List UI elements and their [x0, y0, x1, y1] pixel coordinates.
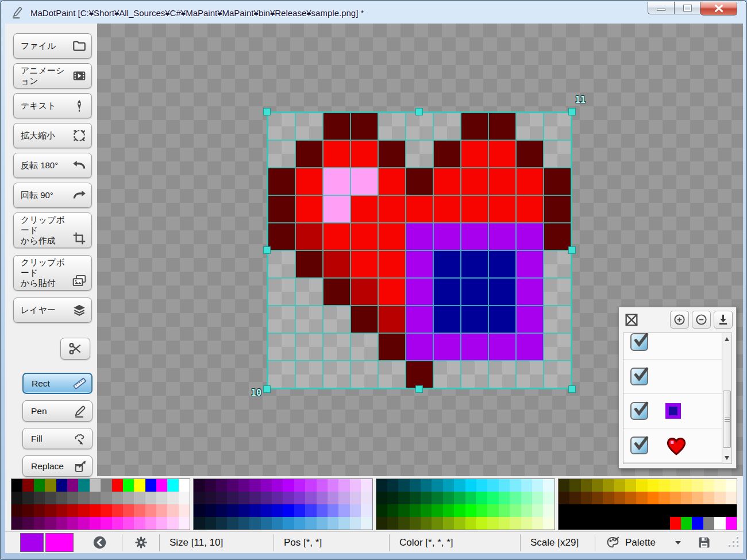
cut-button[interactable]: [60, 338, 90, 360]
palette-swatch[interactable]: [703, 479, 714, 492]
palette-swatch[interactable]: [90, 479, 101, 492]
pixel-cell[interactable]: [351, 113, 378, 140]
palette-swatch[interactable]: [376, 492, 387, 504]
palette-swatch[interactable]: [487, 479, 498, 492]
palette-swatch[interactable]: [123, 504, 134, 517]
pixel-cell[interactable]: [406, 223, 433, 250]
pixel-cell[interactable]: [433, 333, 461, 361]
palette-swatch[interactable]: [317, 492, 328, 504]
palette-swatch[interactable]: [521, 517, 532, 530]
pixel-cell[interactable]: [488, 250, 516, 278]
palette-swatch[interactable]: [194, 517, 205, 530]
undo-button[interactable]: [91, 534, 108, 551]
tool-rect[interactable]: Rect: [22, 373, 93, 394]
palette-swatch[interactable]: [532, 504, 543, 517]
pixel-cell[interactable]: [295, 306, 323, 333]
pixel-cell[interactable]: [406, 195, 433, 223]
pixel-cell[interactable]: [406, 113, 433, 140]
scrollbar-thumb[interactable]: [723, 391, 731, 448]
palette-swatch[interactable]: [227, 517, 238, 530]
palette-swatch[interactable]: [328, 504, 338, 517]
pixel-cell[interactable]: [295, 333, 323, 361]
sidebar-item-layers[interactable]: レイヤー: [13, 298, 92, 323]
palette-swatch[interactable]: [67, 479, 78, 492]
palette-swatch[interactable]: [387, 492, 398, 504]
palette-swatch[interactable]: [387, 517, 398, 530]
palette-swatch[interactable]: [350, 492, 361, 504]
palette-swatch[interactable]: [454, 517, 465, 530]
pixel-cell[interactable]: [268, 140, 295, 168]
pixel-cell[interactable]: [268, 113, 295, 140]
palette-swatch[interactable]: [625, 492, 636, 504]
pixel-cell[interactable]: [488, 306, 516, 333]
pixel-cell[interactable]: [461, 195, 488, 223]
palette-swatch[interactable]: [625, 479, 636, 492]
layer-row[interactable]: [623, 360, 722, 394]
selection-handle[interactable]: [568, 385, 576, 393]
palette-swatch[interactable]: [569, 479, 580, 492]
palette-swatch[interactable]: [294, 517, 305, 530]
palette-swatch[interactable]: [328, 492, 338, 504]
palette-swatch[interactable]: [272, 517, 283, 530]
palette-swatch[interactable]: [636, 504, 647, 517]
pixel-cell[interactable]: [544, 361, 571, 388]
pixel-cell[interactable]: [461, 361, 488, 388]
palette-swatch[interactable]: [443, 504, 454, 517]
palette-swatch[interactable]: [592, 504, 603, 517]
palette-swatch[interactable]: [227, 492, 238, 504]
pixel-cell[interactable]: [323, 278, 351, 306]
pixel-cell[interactable]: [351, 278, 378, 306]
palette-swatch[interactable]: [145, 517, 156, 530]
palette-swatch[interactable]: [376, 517, 387, 530]
pixel-cell[interactable]: [406, 306, 433, 333]
palette-swatch[interactable]: [156, 517, 167, 530]
pixel-cell[interactable]: [378, 223, 406, 250]
palette-swatch[interactable]: [714, 517, 725, 530]
palette-swatch[interactable]: [592, 492, 603, 504]
pixel-cell[interactable]: [268, 250, 295, 278]
pixel-cell[interactable]: [295, 168, 323, 195]
palette-swatch[interactable]: [432, 517, 442, 530]
palette-swatch[interactable]: [636, 479, 647, 492]
palette-swatch[interactable]: [350, 504, 361, 517]
palette-swatch[interactable]: [205, 479, 216, 492]
palette-swatch[interactable]: [398, 492, 409, 504]
chevron-down-icon[interactable]: [675, 541, 681, 544]
palette-swatch[interactable]: [692, 504, 703, 517]
palette-swatch[interactable]: [603, 517, 614, 530]
sidebar-item-file[interactable]: ファイル: [13, 33, 92, 59]
palette-swatch[interactable]: [317, 479, 328, 492]
palette-swatch[interactable]: [603, 492, 614, 504]
pixel-cell[interactable]: [351, 306, 378, 333]
pixel-cell[interactable]: [268, 168, 295, 195]
palette-swatch[interactable]: [648, 504, 659, 517]
sidebar-item-clipboard-paste[interactable]: クリップボード から貼付: [13, 255, 92, 291]
pixel-cell[interactable]: [268, 195, 295, 223]
palette-swatch[interactable]: [123, 492, 134, 504]
title-bar[interactable]: MaDotPaint [C:¥Short¥All_Sources¥C#¥MaPa…: [2, 2, 745, 24]
palette-swatch[interactable]: [543, 517, 554, 530]
palette-swatch[interactable]: [90, 492, 101, 504]
palette-swatch[interactable]: [167, 517, 178, 530]
palette-swatch[interactable]: [78, 517, 89, 530]
pixel-cell[interactable]: [516, 195, 544, 223]
palette-swatch[interactable]: [510, 492, 521, 504]
palette-swatch[interactable]: [410, 479, 421, 492]
palette-swatch[interactable]: [238, 504, 249, 517]
selection-handle[interactable]: [415, 385, 423, 393]
palette-swatch[interactable]: [261, 517, 272, 530]
palette-swatch[interactable]: [726, 517, 737, 530]
palette-swatch[interactable]: [179, 492, 190, 504]
palette-swatch[interactable]: [328, 479, 338, 492]
palette-swatch[interactable]: [305, 492, 316, 504]
palette-swatch[interactable]: [487, 504, 498, 517]
palette-swatch[interactable]: [101, 492, 111, 504]
palette-swatch[interactable]: [532, 479, 543, 492]
tool-fill[interactable]: Fill: [22, 428, 93, 449]
pixel-cell[interactable]: [323, 333, 351, 361]
selection-handle[interactable]: [263, 246, 271, 254]
palette-swatch[interactable]: [614, 517, 625, 530]
palette-swatch[interactable]: [167, 504, 178, 517]
palette-swatch[interactable]: [659, 504, 669, 517]
pixel-cell[interactable]: [433, 250, 461, 278]
